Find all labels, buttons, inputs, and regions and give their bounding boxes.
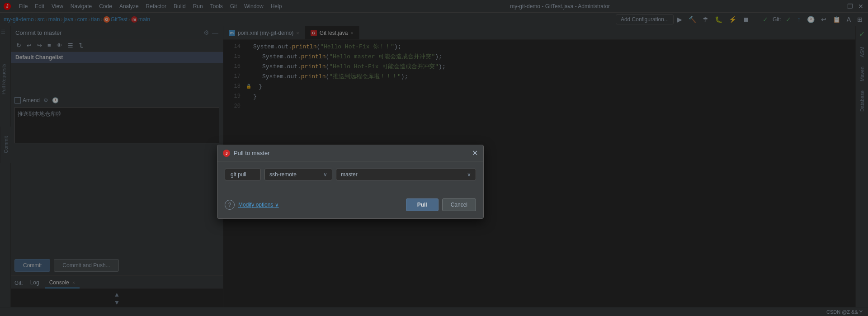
git-copy-icon[interactable]: 📋 xyxy=(831,15,842,24)
scroll-down-icon[interactable]: ▼ xyxy=(114,299,120,306)
amend-row: Amend ⚙ 🕐 xyxy=(14,97,219,104)
cancel-button[interactable]: Cancel xyxy=(442,198,476,211)
menu-analyze[interactable]: Analyze xyxy=(117,2,142,10)
breadcrumb-main[interactable]: main xyxy=(48,16,60,23)
menu-refactor[interactable]: Refactor xyxy=(143,2,169,10)
commit-message-input[interactable]: 推送到本地仓库啦 xyxy=(14,107,219,143)
minimize-button[interactable]: — xyxy=(835,3,843,10)
help-button[interactable]: ? xyxy=(225,200,235,210)
breadcrumb-com[interactable]: com xyxy=(77,16,88,23)
window-controls: — ❐ ✕ xyxy=(835,3,864,10)
changelist-header[interactable]: Default Changelist xyxy=(11,52,223,63)
pom-tab-close[interactable]: × xyxy=(296,30,299,36)
git-layout-icon[interactable]: ⊞ xyxy=(855,15,864,24)
amend-settings-icon[interactable]: ⚙ xyxy=(43,97,48,104)
stop-button[interactable]: ⏹ xyxy=(741,15,751,24)
database-tab[interactable]: Database xyxy=(859,86,866,116)
restore-button[interactable]: ❐ xyxy=(846,3,854,10)
remote-select[interactable]: ssh-remote ∨ xyxy=(264,169,332,180)
amend-clock-icon[interactable]: 🕐 xyxy=(52,97,59,104)
git-clock-icon[interactable]: 🕐 xyxy=(805,15,816,24)
git-log-tabs: Git: Log Console × xyxy=(11,276,223,289)
pull-requests-tab[interactable]: Pull Requests xyxy=(0,60,10,98)
dialog-close-button[interactable]: ✕ xyxy=(472,149,478,157)
pull-dialog: J Pull to master ✕ git pull ssh-remote ∨… xyxy=(217,145,484,219)
commit-button[interactable]: Commit xyxy=(14,259,50,272)
menu-build[interactable]: Build xyxy=(171,2,189,10)
diff-icon[interactable]: ≡ xyxy=(46,41,53,50)
code-line-17: 17 System.out.println("推送到远程仓库啦！！！"); xyxy=(223,71,868,81)
breadcrumb-project[interactable]: my-git-demo xyxy=(4,16,34,23)
amend-checkbox[interactable] xyxy=(14,97,21,104)
breadcrumb-java[interactable]: java xyxy=(64,16,74,23)
git-check-icon[interactable]: ✓ xyxy=(784,15,793,24)
code-line-18: 18 🔒 } xyxy=(223,81,868,91)
status-bar: CSDN @Z && Y xyxy=(0,307,868,316)
amend-checkbox-container: Amend xyxy=(14,97,40,104)
git-undo-icon[interactable]: ↩ xyxy=(819,15,828,24)
title-bar-left: J File Edit View Navigate Code Analyze R… xyxy=(4,2,284,10)
coverage-button[interactable]: ☂ xyxy=(701,15,710,24)
menu-code[interactable]: Code xyxy=(96,2,115,10)
eye-icon[interactable]: 👁 xyxy=(55,41,64,50)
menu-run[interactable]: Run xyxy=(190,2,206,10)
menu-edit[interactable]: Edit xyxy=(32,2,47,10)
remote-select-arrow: ∨ xyxy=(323,171,327,178)
add-configuration-button[interactable]: Add Configuration... xyxy=(616,14,674,24)
debug-button[interactable]: 🐛 xyxy=(713,15,724,24)
commit-tab[interactable]: Commit xyxy=(0,127,11,163)
menu-file[interactable]: File xyxy=(16,2,30,10)
console-tab[interactable]: Console × xyxy=(45,278,80,288)
breadcrumb-method[interactable]: main xyxy=(138,16,150,23)
menu-git[interactable]: Git xyxy=(227,2,240,10)
sort-icon[interactable]: ⇅ xyxy=(77,41,85,50)
breadcrumb-gittest[interactable]: GitTest xyxy=(111,16,127,23)
console-tab-close[interactable]: × xyxy=(72,280,75,285)
menu-help[interactable]: Help xyxy=(268,2,285,10)
build-button[interactable]: 🔨 xyxy=(687,15,698,24)
nav-actions: ▶ 🔨 ☂ 🐛 ⚡ ⏹ ✓ Git: ✓ ↑ 🕐 ↩ 📋 A ⊞ xyxy=(675,15,864,24)
modify-options-button[interactable]: Modify options ∨ xyxy=(238,202,279,208)
menu-window[interactable]: Window xyxy=(241,2,266,10)
scroll-up-icon[interactable]: ▲ xyxy=(114,291,120,298)
project-icon[interactable]: ☰ xyxy=(1,29,9,35)
run-button[interactable]: ▶ xyxy=(675,15,684,24)
code-line-20: 20 xyxy=(223,101,868,111)
gittest-java-tab[interactable]: G GitTest.java × xyxy=(305,26,359,39)
pull-button[interactable]: Pull xyxy=(406,198,439,211)
code-line-15: 15 System.out.println("Hello master 可能会造… xyxy=(223,52,868,61)
settings-icon[interactable]: ⚙ xyxy=(203,29,209,36)
gittest-tab-icon: G xyxy=(311,30,317,36)
commit-panel: Commit to master ⚙ — ↻ ↩ ↪ ≡ 👁 ☰ ⇅ Defau… xyxy=(11,26,223,316)
gittest-tab-close[interactable]: × xyxy=(351,30,354,36)
asm-tab[interactable]: ASM xyxy=(859,42,866,62)
commit-toolbar: ↻ ↩ ↪ ≡ 👁 ☰ ⇅ xyxy=(11,39,223,52)
editor-tabs: m pom.xml (my-git-demo) × G GitTest.java… xyxy=(223,26,868,40)
profile-button[interactable]: ⚡ xyxy=(727,15,738,24)
menu-view[interactable]: View xyxy=(49,2,66,10)
maven-tab[interactable]: Maven xyxy=(859,62,866,86)
dialog-body: git pull ssh-remote ∨ master ∨ xyxy=(217,161,483,195)
dialog-title-bar: J Pull to master ✕ xyxy=(217,145,483,161)
redo-icon[interactable]: ↪ xyxy=(35,41,44,50)
minimize-panel-icon[interactable]: — xyxy=(212,29,218,36)
list-icon[interactable]: ☰ xyxy=(66,41,75,50)
breadcrumb-tian[interactable]: tian xyxy=(91,16,99,23)
pom-xml-tab[interactable]: m pom.xml (my-git-demo) × xyxy=(223,26,305,39)
commit-and-push-button[interactable]: Commit and Push... xyxy=(54,259,118,272)
menu-navigate[interactable]: Navigate xyxy=(68,2,94,10)
git-label: Git: xyxy=(773,16,781,23)
log-tab[interactable]: Log xyxy=(26,278,44,288)
commit-panel-header: Commit to master ⚙ — xyxy=(11,26,223,39)
breadcrumb-src[interactable]: src xyxy=(38,16,45,23)
undo-icon[interactable]: ↩ xyxy=(25,41,33,50)
menu-tools[interactable]: Tools xyxy=(208,2,226,10)
git-push-icon[interactable]: ↑ xyxy=(796,15,802,24)
code-line-19: 19 } xyxy=(223,91,868,101)
close-button[interactable]: ✕ xyxy=(857,3,864,10)
git-section-label: Git: xyxy=(14,280,23,286)
refresh-icon[interactable]: ↻ xyxy=(14,41,23,50)
git-translate-icon[interactable]: A xyxy=(845,15,853,24)
window-title: my-git-demo - GitTest.java - Administrat… xyxy=(510,3,610,9)
branch-select[interactable]: master ∨ xyxy=(336,169,476,180)
